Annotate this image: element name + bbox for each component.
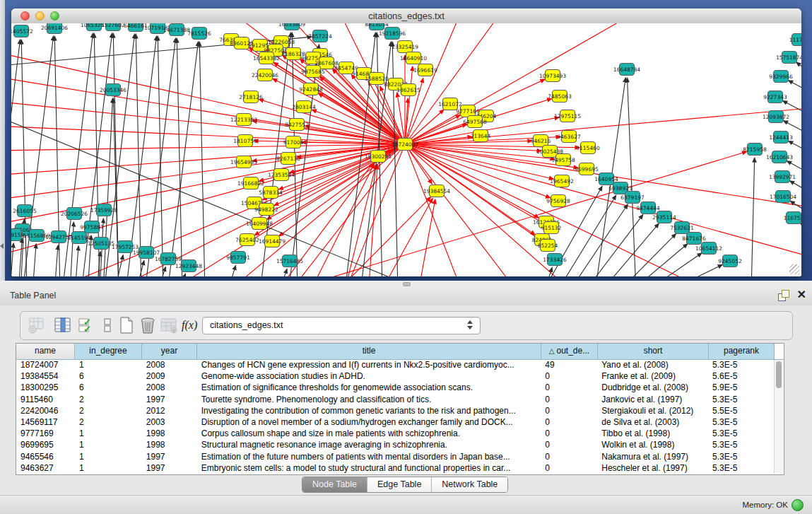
citation-edge-red[interactable] [405, 66, 413, 144]
graph-node[interactable]: 8267130 [276, 153, 300, 165]
table-cell[interactable]: Estimation of the future numbers of pati… [197, 451, 541, 462]
table-cell[interactable]: 9115460 [16, 394, 75, 405]
citation-edge-black[interactable] [33, 244, 36, 276]
table-row[interactable]: 1938455462009Genome-wide association stu… [16, 370, 774, 382]
graph-node[interactable]: 7485063 [548, 90, 572, 103]
table-cell[interactable]: Hescheler et al. (1997) [597, 462, 708, 474]
graph-node[interactable]: 1405572 [11, 25, 33, 37]
citation-edge-black[interactable] [627, 78, 636, 276]
graph-node[interactable]: 9699695 [575, 163, 599, 175]
column-header-pagerank[interactable]: pagerank [709, 344, 775, 359]
table-cell[interactable]: 5.3E-5 [708, 439, 774, 450]
graph-node[interactable]: 15716485 [276, 255, 303, 267]
table-cell[interactable]: 1997 [142, 394, 197, 405]
citation-edge-black[interactable] [136, 34, 141, 276]
table-cell[interactable]: Wolkin et al. (1998) [597, 439, 708, 450]
column-header-name[interactable]: name [16, 344, 75, 359]
table-cell[interactable]: Tourette syndrome. Phenomenology and cla… [197, 394, 541, 405]
table-cell[interactable]: Nakamura et al. (1997) [597, 451, 708, 462]
table-cell[interactable]: 6 [75, 382, 142, 393]
table-cell[interactable]: Genome-wide association studies in ADHD. [197, 370, 541, 382]
table-cell[interactable]: 2008 [142, 359, 197, 370]
table-cell[interactable]: 0 [541, 382, 597, 393]
table-cell[interactable]: 5.6E-5 [708, 370, 774, 382]
citation-edge-black[interactable] [75, 246, 78, 276]
table-cell[interactable]: 5.5E-5 [708, 405, 774, 416]
network-window[interactable]: citations_edges.txt 14055722069140610653… [11, 8, 801, 276]
graph-node[interactable]: 16210643 [766, 151, 793, 163]
citation-edge-black[interactable] [228, 265, 235, 276]
tab-network-table[interactable]: Network Table [432, 477, 507, 492]
table-cell[interactable]: 1998 [142, 439, 197, 450]
graph-node[interactable]: 16914479 [259, 235, 286, 247]
table-cell[interactable]: 5.3E-5 [708, 462, 774, 474]
table-cell[interactable]: 22420046 [16, 405, 75, 416]
citation-edge-black[interactable] [167, 42, 199, 276]
table-cell[interactable]: 0 [541, 428, 597, 439]
table-cell[interactable]: 1 [75, 428, 142, 439]
table-cell[interactable]: Investigating the contribution of common… [197, 405, 541, 416]
new-document-icon[interactable] [117, 316, 136, 334]
table-cell[interactable]: Changes of HCN gene expression and I(f) … [197, 359, 541, 370]
graph-node[interactable]: 12505135 [88, 238, 114, 250]
table-scrollbar[interactable] [774, 360, 783, 474]
graph-node[interactable]: 915132 [541, 222, 562, 234]
citation-edge-red[interactable] [405, 144, 520, 276]
graph-node[interactable]: 22420046 [252, 69, 278, 81]
graph-node[interactable]: 2935114 [652, 211, 676, 223]
table-row[interactable]: 1830029562008Estimation of significance … [16, 382, 774, 393]
table-cell[interactable]: Jankovic et al. (1997) [597, 394, 708, 405]
table-cell[interactable]: 9699695 [16, 439, 75, 450]
graph-node[interactable]: 19166822 [237, 177, 264, 189]
table-cell[interactable]: 1 [75, 451, 142, 462]
tab-node-table[interactable]: Node Table [302, 477, 367, 492]
table-row[interactable]: 2242004622012Investigating the contribut… [16, 405, 774, 416]
table-cell[interactable]: 1997 [142, 451, 197, 462]
table-row[interactable]: 946362711997Embryonic stem cells: a mode… [16, 462, 774, 474]
citation-edge-red[interactable] [11, 144, 405, 151]
table-cell[interactable]: Corpus callosum shape and size in male p… [197, 428, 541, 439]
citation-edge-black[interactable] [54, 245, 58, 276]
graph-node[interactable]: 8215958 [743, 144, 767, 156]
table-selector-dropdown[interactable]: citations_edges.txt [202, 317, 481, 334]
graph-node[interactable]: 9857791 [226, 252, 250, 264]
table-cell[interactable]: 14569117 [16, 416, 75, 428]
table-cell[interactable]: 5.3E-5 [708, 359, 774, 370]
citation-edge-black[interactable] [618, 234, 676, 276]
citation-edge-black[interactable] [569, 204, 628, 276]
table-cell[interactable]: 1 [75, 462, 142, 474]
import-table-icon[interactable]: x [160, 316, 178, 334]
left-splitter-strip[interactable] [0, 0, 5, 281]
graph-node[interactable]: 7857224 [308, 30, 332, 42]
graph-node[interactable]: 20206526 [61, 208, 88, 220]
table-cell[interactable]: Dudbridge et al. (2008) [597, 382, 708, 393]
function-builder-icon[interactable]: f(x) [182, 319, 200, 337]
column-header-short[interactable]: short [598, 344, 709, 359]
graph-node[interactable]: 1696619 [413, 64, 437, 76]
select-columns-icon[interactable] [54, 316, 72, 334]
table-cell[interactable]: 2 [75, 405, 142, 416]
table-cell[interactable]: 2008 [142, 382, 197, 393]
delete-icon[interactable] [139, 316, 157, 334]
table-cell[interactable]: 5.3E-5 [708, 416, 774, 428]
table-cell[interactable]: 0 [541, 416, 597, 428]
table-cell[interactable]: 2 [75, 416, 142, 428]
scrollbar-thumb[interactable] [776, 361, 782, 388]
graph-node[interactable]: 7815526 [187, 28, 211, 40]
graph-node[interactable]: 1527602 [101, 23, 125, 31]
table-cell[interactable]: 0 [541, 439, 597, 450]
table-row[interactable]: 911546021997Tourette syndrome. Phenomeno… [16, 394, 774, 405]
graph-node[interactable]: 12213363 [230, 114, 257, 126]
citation-edge-black[interactable] [789, 81, 801, 98]
column-header-year[interactable]: year [142, 344, 197, 359]
citation-edge-black[interactable] [114, 255, 123, 276]
citation-edge-red[interactable] [418, 199, 435, 276]
select-all-icon[interactable]: ✓✓ [77, 316, 95, 334]
citation-edge-red[interactable] [405, 23, 506, 144]
graph-node[interactable]: 19384554 [423, 185, 450, 197]
graph-node[interactable]: 20691406 [41, 23, 68, 34]
graph-node[interactable]: 19654935 [230, 156, 257, 168]
citation-edge-black[interactable] [158, 36, 163, 276]
clear-selection-icon[interactable] [98, 316, 117, 334]
table-cell[interactable]: 9465546 [16, 451, 75, 462]
